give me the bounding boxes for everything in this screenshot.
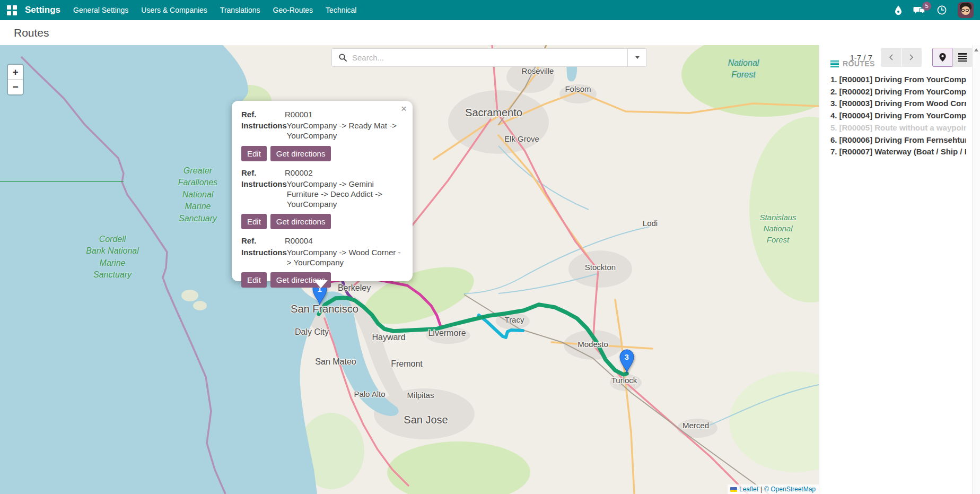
routes-sidebar: ROUTES 1.[R00001] Driving From YourCompa…: [819, 45, 980, 494]
instructions-label: Instructions: [241, 179, 287, 210]
map-view-button[interactable]: [932, 48, 952, 67]
menu-translations[interactable]: Translations: [220, 6, 260, 14]
edit-button[interactable]: Edit: [241, 272, 267, 288]
instructions-value: YourCompany -> Ready Mat -> YourCompany: [287, 120, 402, 141]
page-title: Routes: [14, 27, 49, 39]
get-directions-button[interactable]: Get directions: [270, 214, 331, 229]
zoom-in-button[interactable]: +: [8, 65, 23, 80]
ref-label: Ref.: [241, 236, 285, 246]
popup-tail: [314, 280, 328, 288]
search-icon: [338, 53, 347, 62]
marker-label: 3: [625, 352, 629, 361]
list-icon: [958, 53, 967, 62]
sidebar-route-item-1[interactable]: 1.[R00001] Driving From YourCompany …: [830, 74, 966, 86]
sidebar-route-item-3[interactable]: 3.[R00003] Driving From Wood Corner t…: [830, 98, 966, 110]
menu-general-settings[interactable]: General Settings: [73, 6, 128, 14]
map-attribution: Leaflet | © OpenStreetMap: [728, 484, 819, 494]
apps-menu-icon[interactable]: [7, 5, 17, 15]
search-filters-toggle[interactable]: [627, 49, 646, 66]
pager-next-button[interactable]: [902, 48, 922, 67]
map-pin-icon: [939, 53, 947, 62]
urban-area: [448, 90, 549, 154]
menu-technical[interactable]: Technical: [326, 6, 356, 14]
popup-entry-r00001: Ref.R00001 InstructionsYourCompany -> Re…: [241, 109, 402, 161]
route-popup: × Ref.R00001 InstructionsYourCompany -> …: [232, 101, 413, 281]
sidebar-route-item-2[interactable]: 2.[R00002] Driving From YourCompany …: [830, 86, 966, 98]
control-panel-right: 1-7 / 7: [850, 48, 973, 67]
messages-icon[interactable]: 5: [913, 5, 926, 15]
pager-previous-button[interactable]: [881, 48, 901, 67]
list-view-button[interactable]: [952, 48, 973, 67]
messages-badge: 5: [922, 2, 931, 11]
edit-button[interactable]: Edit: [241, 146, 267, 161]
get-directions-button[interactable]: Get directions: [270, 146, 331, 161]
sidebar-route-item-7[interactable]: 7.[R00007] Waterway (Boat / Ship / Ferr…: [830, 146, 966, 158]
routes-map-view-app: Settings General Settings Users & Compan…: [0, 0, 980, 494]
ref-value: R00001: [285, 109, 313, 119]
openstreetmap-link[interactable]: © OpenStreetMap: [764, 486, 816, 493]
sidebar-route-item-6[interactable]: 6.[R00006] Driving From Fernsehturm t…: [830, 134, 966, 146]
urban-area: [677, 419, 718, 438]
menu-users-companies[interactable]: Users & Companies: [141, 6, 207, 14]
app-name[interactable]: Settings: [25, 5, 60, 15]
instructions-label: Instructions: [241, 247, 287, 267]
attribution-separator: |: [760, 486, 762, 493]
droplet-icon[interactable]: [894, 5, 903, 15]
ref-value: R00004: [285, 236, 313, 246]
island: [193, 301, 207, 310]
island: [181, 290, 198, 301]
edit-button[interactable]: Edit: [241, 214, 267, 229]
menu-geo-routes[interactable]: Geo-Routes: [273, 6, 313, 14]
zoom-control: + −: [7, 64, 24, 96]
sidebar-scrollbar[interactable]: [972, 45, 980, 494]
sidebar-route-item-5: 5.[R00005] Route without a waypoint: [830, 122, 966, 134]
instructions-label: Instructions: [241, 120, 287, 141]
ref-value: R00002: [285, 168, 313, 178]
chevron-down-icon: [635, 56, 640, 59]
leaflet-link[interactable]: Leaflet: [739, 486, 758, 493]
instructions-value: YourCompany -> Wood Corner -> YourCompan…: [287, 247, 402, 267]
search-input[interactable]: [352, 53, 627, 62]
pager-range: 1-7 / 7: [850, 53, 872, 62]
leaflet-map[interactable]: National Forest Roseville Folsom Sacrame…: [0, 45, 819, 494]
popup-close-icon[interactable]: ×: [401, 103, 407, 114]
urban-area: [568, 250, 632, 288]
routes-list-icon: [830, 60, 839, 67]
control-panel: Routes 1-7 / 7: [0, 20, 980, 45]
search-bar: [331, 48, 647, 67]
zoom-out-button[interactable]: −: [8, 80, 23, 94]
map-marker-3[interactable]: 3: [619, 349, 635, 374]
activities-clock-icon[interactable]: [937, 5, 947, 15]
popup-entry-r00002: Ref.R00002 InstructionsYourCompany -> Ge…: [241, 168, 402, 230]
sidebar-route-item-4[interactable]: 4.[R00004] Driving From YourCompany …: [830, 110, 966, 122]
ukraine-flag-icon: [730, 487, 737, 492]
instructions-value: YourCompany -> Gemini Furniture -> Deco …: [287, 179, 402, 210]
user-avatar[interactable]: [958, 2, 974, 18]
view-switcher: [932, 48, 973, 67]
navbar-right: 5: [894, 2, 980, 18]
ref-label: Ref.: [241, 109, 285, 119]
ref-label: Ref.: [241, 168, 285, 178]
scrollbar-up-arrow[interactable]: [974, 48, 978, 51]
avatar-glasses: [961, 9, 969, 12]
urban-area: [559, 84, 597, 103]
top-navbar: Settings General Settings Users & Compan…: [0, 0, 980, 20]
